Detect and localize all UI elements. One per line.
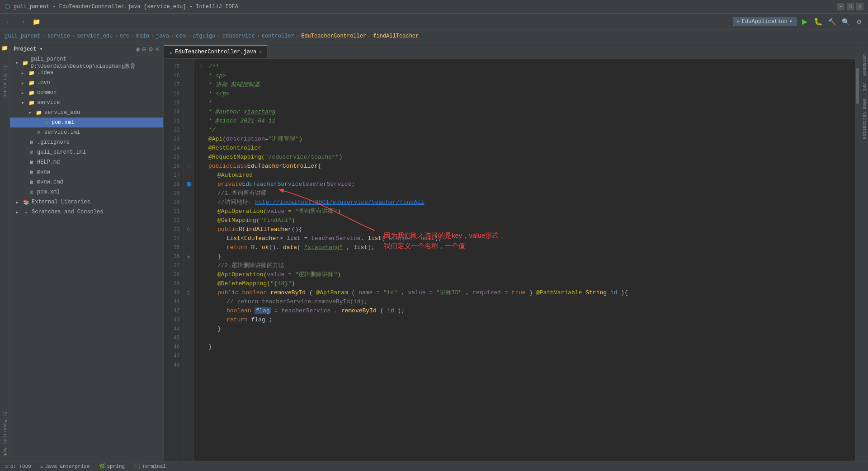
- right-sidebar: Database Ant Bean Validation: [859, 42, 868, 461]
- breadcrumb-com[interactable]: com: [176, 33, 186, 39]
- tree-item-ext-libs[interactable]: ▸ 📚 External Libraries: [10, 197, 163, 207]
- code-content[interactable]: = /** * <p> * 讲师 前端控制器 * </p>: [194, 59, 855, 461]
- settings-button[interactable]: ⚙: [854, 16, 864, 27]
- run-config-selector[interactable]: ▶ EduApplication ▾: [733, 17, 797, 26]
- project-panel-header: Project ▾ ◉ ⊟ ⚙ ✕: [10, 42, 163, 56]
- locate-file-button[interactable]: ◉: [136, 46, 140, 52]
- code-line-47: [199, 352, 850, 361]
- code-line-27: @Autowired: [199, 171, 850, 180]
- settings-dropdown-button[interactable]: ⚙: [148, 46, 153, 52]
- java-enterprise-label: Java Enterprise: [45, 464, 90, 469]
- scrollbar-thumb[interactable]: [856, 68, 859, 104]
- spring-tab[interactable]: 🌿 Spring: [97, 463, 127, 469]
- line-numbers: 15 16 17 18 19 20 21 22 23 24 25 26 27 2…: [164, 59, 184, 461]
- breadcrumb-main[interactable]: main: [136, 33, 149, 39]
- close-button[interactable]: ×: [856, 3, 863, 10]
- tree-label: pom.xml: [37, 189, 60, 195]
- debug-button[interactable]: 🐛: [813, 16, 824, 27]
- file-icon: 🗎: [28, 139, 35, 146]
- expand-icon: ▾: [26, 109, 33, 116]
- tree-item-pom-xml-edu[interactable]: 🗎 pom.xml: [10, 118, 163, 127]
- forward-button[interactable]: →: [17, 16, 28, 27]
- expand-icon: ▸: [19, 79, 26, 86]
- project-panel-actions: ◉ ⊟ ⚙ ✕: [136, 46, 160, 52]
- todo-label: 6: TODO: [10, 464, 31, 469]
- build-button[interactable]: 🔨: [826, 16, 837, 27]
- editor-tab-edu-teacher-controller[interactable]: ☕ EduTeacherController.java ✕: [164, 45, 268, 58]
- tree-item-mvnw[interactable]: 🗎 mvnw: [10, 167, 163, 177]
- tree-item-pom-xml[interactable]: 🗎 pom.xml: [10, 187, 163, 197]
- tab-close-button[interactable]: ✕: [259, 49, 262, 55]
- maximize-button[interactable]: □: [847, 3, 854, 10]
- code-line-24: @RestController: [199, 144, 850, 153]
- breadcrumb-atguigu[interactable]: atguigu: [193, 33, 215, 39]
- terminal-tab[interactable]: ⬛ Terminal: [132, 463, 168, 469]
- code-line-21: * @since 2021-04-11: [199, 117, 850, 126]
- back-button[interactable]: ←: [4, 16, 14, 27]
- tree-item-service[interactable]: ▾ 📁 service: [10, 98, 163, 108]
- project-panel-toggle[interactable]: 📁: [1, 45, 8, 52]
- bean-validation-panel-tab[interactable]: Bean Validation: [859, 96, 868, 142]
- tree-item-service-edu[interactable]: ▾ 📁 service_edu: [10, 108, 163, 118]
- breadcrumb-method[interactable]: findAllTeacher: [373, 33, 419, 39]
- tree-item-scratches[interactable]: ▸ ✏ Scratches and Consoles: [10, 207, 163, 217]
- tree-item-guli-parent[interactable]: ▾ 📁 guli_parent D:\UserData\Desktop\xiao…: [10, 58, 163, 68]
- gutter: ⬡ 🔵 ⬡ ◉ ⬡: [184, 59, 194, 461]
- spacer: [33, 119, 41, 126]
- collapse-all-button[interactable]: ⊟: [142, 46, 146, 52]
- database-panel-tab[interactable]: Database: [859, 52, 868, 79]
- tree-label: pom.xml: [52, 119, 74, 126]
- code-line-37: //2.逻辑删除讲师的方法: [199, 261, 850, 270]
- tree-item-mvnw-cmd[interactable]: 🗎 mvnw.cmd: [10, 177, 163, 187]
- tree-label: guli_parent D:\UserData\Desktop\xiaozhan…: [30, 56, 163, 70]
- breadcrumb: guli_parent › service › service_edu › sr…: [0, 30, 868, 42]
- code-line-15: = /**: [199, 62, 850, 71]
- spacer: [19, 159, 26, 166]
- tree-label: guli_parent.iml: [37, 149, 86, 155]
- structure-panel-toggle[interactable]: 2: Structure: [2, 65, 7, 98]
- search-everywhere-button[interactable]: 🔍: [840, 16, 851, 27]
- tree-item-gitignore[interactable]: 🗎 .gitignore: [10, 137, 163, 147]
- breadcrumb-service[interactable]: service: [47, 33, 70, 39]
- web-panel-toggle[interactable]: Web: [2, 448, 7, 457]
- xml-file-icon: 🗎: [42, 119, 50, 126]
- file-icon: 🗎: [28, 179, 35, 186]
- breadcrumb-eduservice[interactable]: eduservice: [222, 33, 255, 39]
- tree-item-help-md[interactable]: 🗎 HELP.md: [10, 157, 163, 167]
- todo-tab[interactable]: ☑ 6: TODO: [4, 463, 33, 469]
- code-line-39: @DeleteMapping("{id}"): [199, 279, 850, 288]
- breadcrumb-controller[interactable]: controller: [262, 33, 294, 39]
- breadcrumb-src[interactable]: src: [119, 33, 129, 39]
- code-line-25: @RequestMapping("/eduservice/teacher"): [199, 153, 850, 162]
- code-line-36: }: [199, 252, 850, 261]
- code-line-46: }: [199, 343, 850, 352]
- file-menu[interactable]: 📁: [31, 16, 42, 27]
- spacer: [19, 179, 26, 186]
- tree-label: .idea: [37, 70, 53, 76]
- vertical-scrollbar[interactable]: [855, 59, 859, 461]
- favorites-panel-toggle[interactable]: 2: Favorites: [2, 411, 7, 444]
- code-line-48: [199, 361, 850, 370]
- file-tree: ▾ 📁 guli_parent D:\UserData\Desktop\xiao…: [10, 56, 163, 461]
- minimize-button[interactable]: −: [837, 3, 844, 10]
- code-line-45: [199, 334, 850, 343]
- tree-item-service-iml[interactable]: 🗎 service.iml: [10, 127, 163, 137]
- close-panel-button[interactable]: ✕: [155, 46, 160, 52]
- code-line-38: @ApiOperation(value = "逻辑删除讲师"): [199, 270, 850, 279]
- breadcrumb-java[interactable]: java: [156, 33, 169, 39]
- editor-area: ☕ EduTeacherController.java ✕ 15 16 17 1…: [164, 42, 859, 461]
- java-enterprise-tab[interactable]: ☕ Java Enterprise: [38, 463, 92, 469]
- spacer: [19, 139, 26, 146]
- tree-label: service_edu: [44, 109, 80, 116]
- expand-icon: ▸: [14, 198, 21, 206]
- expand-icon: ▸: [19, 69, 26, 76]
- breadcrumb-class[interactable]: EduTeacherController: [301, 33, 366, 39]
- tree-item-guli-parent-iml[interactable]: 🗎 guli_parent.iml: [10, 147, 163, 157]
- breadcrumb-guli[interactable]: guli_parent: [5, 33, 40, 39]
- tree-item-mvn[interactable]: ▸ 📁 .mvn: [10, 78, 163, 88]
- code-line-16: * <p>: [199, 71, 850, 80]
- ant-panel-tab[interactable]: Ant: [859, 80, 868, 94]
- tree-item-common[interactable]: ▸ 📁 common: [10, 88, 163, 98]
- run-button[interactable]: ▶: [799, 16, 810, 27]
- breadcrumb-service-edu[interactable]: service_edu: [77, 33, 113, 39]
